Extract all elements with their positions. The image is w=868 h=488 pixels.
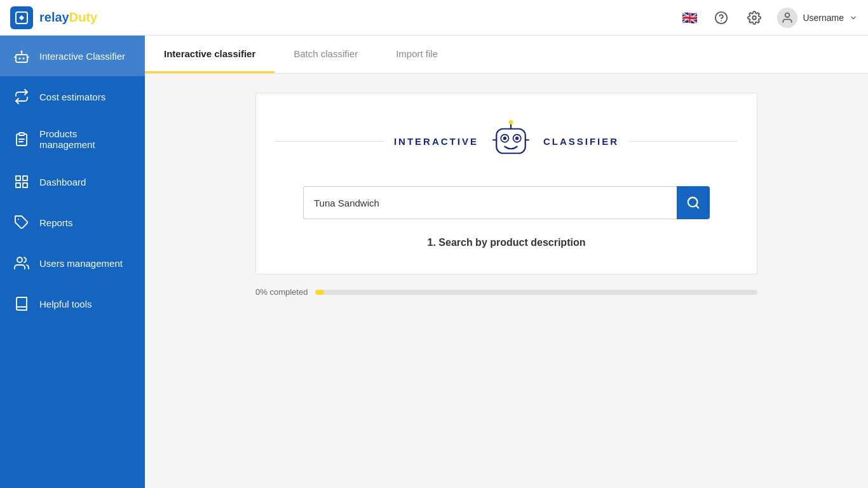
progress-bar-fill bbox=[315, 290, 324, 295]
language-flag[interactable]: 🇬🇧 bbox=[681, 11, 698, 24]
progress-bar-track bbox=[315, 290, 757, 295]
page-content: INTERACTIVE bbox=[145, 74, 868, 488]
progress-label: 0% completed bbox=[255, 287, 308, 297]
classifier-header: INTERACTIVE bbox=[275, 119, 738, 163]
clipboard-icon bbox=[13, 130, 31, 148]
search-row bbox=[303, 186, 710, 219]
sidebar-label-products-management: Products management bbox=[39, 128, 132, 150]
svg-rect-20 bbox=[496, 129, 526, 154]
svg-point-24 bbox=[515, 137, 519, 140]
classifier-title-right: CLASSIFIER bbox=[543, 136, 619, 147]
sidebar-item-reports[interactable]: Reports bbox=[0, 202, 145, 243]
robot-header-inner: INTERACTIVE bbox=[384, 119, 629, 163]
svg-point-23 bbox=[503, 137, 506, 140]
classifier-title-left: INTERACTIVE bbox=[394, 136, 478, 147]
grid-icon bbox=[13, 173, 31, 191]
search-input[interactable] bbox=[303, 186, 677, 219]
content-area: Interactive classifier Batch classifier … bbox=[145, 36, 868, 488]
svg-point-6 bbox=[19, 58, 21, 60]
navbar-left: relayDuty bbox=[10, 6, 97, 29]
svg-rect-15 bbox=[23, 183, 27, 187]
sidebar-label-dashboard: Dashboard bbox=[39, 177, 86, 187]
robot-mascot bbox=[489, 119, 533, 163]
user-menu[interactable]: Username bbox=[777, 8, 858, 28]
svg-rect-12 bbox=[16, 176, 20, 180]
navbar-right: 🇬🇧 Username bbox=[681, 8, 858, 28]
sidebar-item-dashboard[interactable]: Dashboard bbox=[0, 161, 145, 202]
tab-batch-classifier[interactable]: Batch classifier bbox=[275, 36, 377, 73]
sidebar-label-users-management: Users management bbox=[39, 258, 123, 269]
progress-section: 0% completed bbox=[255, 287, 757, 297]
search-icon bbox=[686, 196, 700, 210]
svg-rect-14 bbox=[16, 183, 20, 187]
username-label: Username bbox=[803, 13, 844, 23]
svg-point-8 bbox=[21, 51, 23, 53]
svg-point-19 bbox=[508, 120, 513, 125]
sidebar-label-interactive-classifier: Interactive Classifier bbox=[39, 51, 125, 62]
tab-bar: Interactive classifier Batch classifier … bbox=[145, 36, 868, 74]
sidebar-label-cost-estimators: Cost estimators bbox=[39, 92, 105, 102]
brand-highlight: Duty bbox=[69, 10, 97, 24]
chevron-down-icon bbox=[849, 13, 858, 22]
svg-line-28 bbox=[696, 205, 698, 208]
help-button[interactable] bbox=[711, 8, 731, 28]
svg-rect-5 bbox=[16, 55, 27, 62]
sync-icon bbox=[13, 88, 31, 105]
svg-point-3 bbox=[753, 16, 757, 20]
robot-icon bbox=[13, 47, 31, 65]
sidebar-item-helpful-tools[interactable]: Helpful tools bbox=[0, 283, 145, 324]
sidebar-item-users-management[interactable]: Users management bbox=[0, 243, 145, 283]
brand-name: relayDuty bbox=[39, 10, 97, 25]
logo-svg bbox=[14, 10, 29, 25]
sidebar-item-products-management[interactable]: Products management bbox=[0, 117, 145, 161]
sidebar-item-cost-estimators[interactable]: Cost estimators bbox=[0, 76, 145, 117]
sidebar-item-interactive-classifier[interactable]: Interactive Classifier bbox=[0, 36, 145, 76]
sidebar: Interactive Classifier Cost estimators bbox=[0, 36, 145, 488]
sidebar-label-helpful-tools: Helpful tools bbox=[39, 299, 92, 309]
svg-rect-9 bbox=[19, 133, 24, 135]
svg-point-7 bbox=[23, 58, 25, 60]
top-navbar: relayDuty 🇬🇧 Username bbox=[0, 0, 868, 36]
svg-rect-13 bbox=[23, 176, 27, 180]
tab-import-file[interactable]: Import file bbox=[377, 36, 457, 73]
sidebar-label-reports: Reports bbox=[39, 217, 73, 228]
step-label: 1. Search by product description bbox=[428, 237, 586, 248]
book-icon bbox=[13, 295, 31, 313]
logo-icon[interactable] bbox=[10, 6, 33, 29]
search-button[interactable] bbox=[677, 186, 710, 219]
main-layout: Interactive Classifier Cost estimators bbox=[0, 36, 868, 488]
people-icon bbox=[13, 254, 31, 272]
settings-button[interactable] bbox=[744, 8, 764, 28]
classifier-card: INTERACTIVE bbox=[255, 93, 757, 274]
svg-point-4 bbox=[785, 13, 790, 17]
svg-point-17 bbox=[17, 257, 22, 262]
tag-icon bbox=[13, 214, 31, 231]
tab-interactive-classifier[interactable]: Interactive classifier bbox=[145, 36, 275, 73]
user-avatar bbox=[777, 8, 797, 28]
